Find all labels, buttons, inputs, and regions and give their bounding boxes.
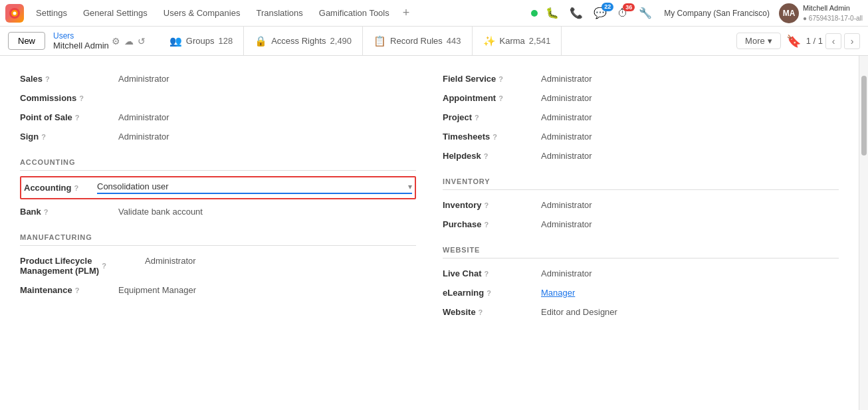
- helpdesk-label: Helpdesk: [443, 151, 481, 161]
- field-sign: Sign ? Administrator: [20, 127, 416, 146]
- website-value: Editor and Designer: [541, 307, 617, 317]
- company-name[interactable]: My Company (San Francisco): [660, 9, 774, 18]
- scrollbar-thumb[interactable]: [861, 76, 867, 155]
- accounting-select-wrap: ▾: [97, 181, 412, 194]
- scrollbar-track[interactable]: [859, 56, 868, 410]
- settings-icon[interactable]: ⚙: [112, 36, 120, 47]
- form-actions: ⚙ ☁ ↺: [112, 36, 146, 47]
- commissions-help-icon[interactable]: ?: [79, 94, 84, 102]
- user-menu[interactable]: MA Mitchell Admin ● 67594318-17-0-all: [779, 3, 863, 23]
- tab-record-label: Record Rules: [390, 36, 443, 46]
- tab-karma[interactable]: ✨ Karma 2,541: [473, 27, 562, 56]
- bank-help-icon[interactable]: ?: [44, 208, 49, 216]
- timesheets-help-icon[interactable]: ?: [492, 133, 497, 141]
- accounting-field-highlighted[interactable]: Accounting ? ▾: [20, 176, 416, 199]
- sign-help-icon[interactable]: ?: [41, 133, 46, 141]
- purchase-value: Administrator: [541, 219, 592, 229]
- sales-help-icon[interactable]: ?: [45, 75, 50, 83]
- tabs-bar: 👥 Groups 128 🔒 Access Rights 2,490 📋 Rec…: [159, 27, 562, 56]
- accounting-help-icon[interactable]: ?: [74, 184, 79, 192]
- chat-icon[interactable]: 💬 22: [591, 5, 609, 21]
- nav-settings[interactable]: Settings: [29, 5, 74, 21]
- pos-help-icon[interactable]: ?: [75, 114, 80, 122]
- refresh-icon[interactable]: ↺: [138, 36, 146, 47]
- plm-help-icon[interactable]: ?: [102, 262, 106, 270]
- nav-general-settings[interactable]: General Settings: [76, 5, 154, 21]
- field-service-help-icon[interactable]: ?: [498, 75, 503, 83]
- live-chat-help-icon[interactable]: ?: [485, 270, 489, 278]
- breadcrumb-parent[interactable]: Users: [53, 31, 109, 41]
- bookmark-icon[interactable]: 🔖: [786, 34, 801, 49]
- helpdesk-help-icon[interactable]: ?: [484, 152, 488, 160]
- online-status-icon: [531, 10, 538, 17]
- prev-page-button[interactable]: ‹: [825, 33, 841, 49]
- next-page-button[interactable]: ›: [844, 33, 860, 49]
- field-commissions: Commissions ?: [20, 88, 416, 108]
- appointment-value: Administrator: [541, 93, 592, 103]
- more-button[interactable]: More ▾: [736, 33, 781, 49]
- purchase-label: Purchase: [443, 219, 482, 229]
- nav-users-companies[interactable]: Users & Companies: [157, 5, 247, 21]
- helpdesk-value: Administrator: [541, 151, 592, 161]
- field-helpdesk: Helpdesk ? Administrator: [443, 146, 839, 165]
- pagination-text: 1 / 1: [806, 36, 823, 46]
- elearning-label: eLearning: [443, 288, 484, 298]
- tab-groups[interactable]: 👥 Groups 128: [159, 27, 244, 56]
- breadcrumb: Users Mitchell Admin: [53, 31, 109, 51]
- field-maintenance: Maintenance ? Equipment Manager: [20, 280, 416, 300]
- tab-karma-label: Karma: [500, 36, 525, 46]
- project-help-icon[interactable]: ?: [475, 114, 479, 122]
- new-button[interactable]: New: [8, 32, 45, 50]
- field-purchase: Purchase ? Administrator: [443, 215, 839, 234]
- pagination: 1 / 1 ‹ ›: [806, 33, 860, 49]
- tab-access-rights[interactable]: 🔒 Access Rights 2,490: [244, 27, 363, 56]
- add-menu-icon[interactable]: +: [399, 6, 414, 20]
- accounting-input[interactable]: [97, 181, 408, 191]
- inventory-value: Administrator: [541, 200, 592, 210]
- phone-icon[interactable]: 📞: [567, 5, 586, 21]
- field-sales: Sales ? Administrator: [20, 69, 416, 88]
- nav-gamification[interactable]: Gamification Tools: [312, 5, 396, 21]
- app-logo[interactable]: [5, 4, 24, 23]
- accounting-label: Accounting: [24, 183, 72, 193]
- top-navbar: Settings General Settings Users & Compan…: [0, 0, 868, 27]
- karma-icon: ✨: [483, 35, 496, 47]
- website-help-icon[interactable]: ?: [479, 308, 483, 316]
- project-value: Administrator: [541, 112, 592, 122]
- action-bar: New Users Mitchell Admin ⚙ ☁ ↺ 👥 Groups …: [0, 27, 868, 56]
- maintenance-help-icon[interactable]: ?: [75, 286, 80, 294]
- appointment-label: Appointment: [443, 93, 496, 103]
- dropdown-caret-icon[interactable]: ▾: [408, 182, 412, 191]
- commissions-label: Commissions: [20, 93, 76, 103]
- tab-record-count: 443: [447, 36, 461, 46]
- field-live-chat: Live Chat ? Administrator: [443, 264, 839, 283]
- sign-label: Sign: [20, 132, 39, 142]
- tab-access-count: 2,490: [330, 36, 352, 46]
- main-content: Sales ? Administrator Commissions ? Poin…: [0, 56, 868, 410]
- live-chat-value: Administrator: [541, 268, 592, 278]
- maintenance-label: Maintenance: [20, 285, 72, 295]
- chevron-down-icon: ▾: [768, 36, 772, 46]
- wrench-icon[interactable]: 🔧: [636, 5, 655, 21]
- field-service-label: Field Service: [443, 74, 496, 84]
- website-section-header: WEBSITE: [443, 246, 839, 258]
- plm-label: Product LifecycleManagement (PLM): [20, 256, 99, 276]
- debug-icon[interactable]: 🐛: [543, 5, 562, 21]
- tab-record-rules[interactable]: 📋 Record Rules 443: [363, 27, 472, 56]
- upload-icon[interactable]: ☁: [124, 36, 134, 47]
- accounting-section-header: ACCOUNTING: [20, 158, 416, 171]
- nav-translations[interactable]: Translations: [249, 5, 309, 21]
- breadcrumb-current: Mitchell Admin: [53, 41, 109, 51]
- appointment-help-icon[interactable]: ?: [498, 94, 503, 102]
- sales-label: Sales: [20, 74, 43, 84]
- timer-icon[interactable]: ⏱ 36: [615, 6, 631, 21]
- purchase-help-icon[interactable]: ?: [485, 221, 489, 229]
- tab-access-label: Access Rights: [271, 36, 326, 46]
- field-field-service: Field Service ? Administrator: [443, 69, 839, 88]
- inventory-label: Inventory: [443, 200, 482, 210]
- sales-value: Administrator: [118, 74, 169, 84]
- more-label: More: [745, 36, 765, 46]
- user-name: Mitchell Admin: [803, 3, 863, 13]
- inventory-help-icon[interactable]: ?: [485, 201, 489, 209]
- elearning-help-icon[interactable]: ?: [487, 289, 491, 297]
